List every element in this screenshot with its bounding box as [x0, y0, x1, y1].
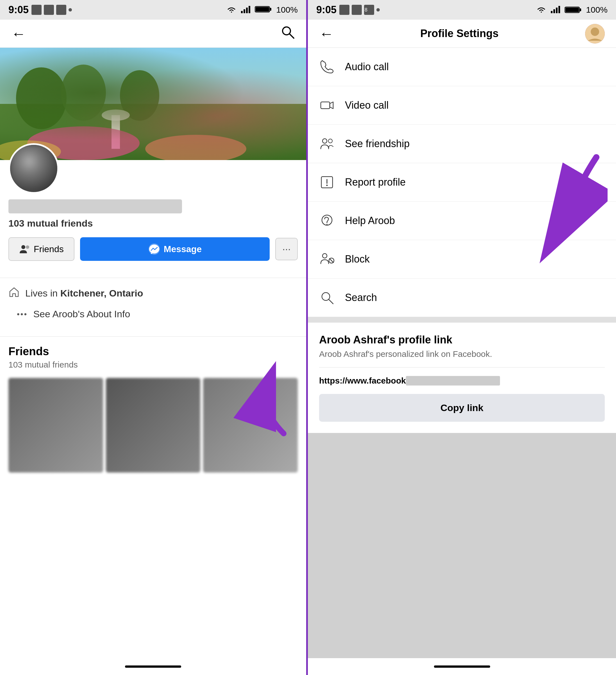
- left-search-button[interactable]: [280, 25, 295, 43]
- url-blurred: ████████████: [406, 376, 500, 385]
- menu-item-video-call[interactable]: Video call: [308, 86, 616, 125]
- r-battery-icon: [565, 6, 581, 14]
- message-button-label: Message: [164, 244, 202, 254]
- home-bar: [125, 665, 181, 668]
- help-aroob-label: Help Aroob: [345, 215, 395, 227]
- profile-section: 103 mutual friends Friends Message: [0, 160, 306, 278]
- profile-link-desc: Aroob Ashraf's personalized link on Face…: [319, 349, 605, 359]
- svg-rect-20: [579, 8, 581, 11]
- left-back-button[interactable]: ←: [11, 25, 26, 42]
- copy-link-button[interactable]: Copy link: [319, 394, 605, 422]
- right-status-icons: 8: [339, 5, 380, 15]
- right-status-right: 100%: [536, 5, 608, 15]
- svg-point-16: [26, 245, 29, 249]
- right-nav-title: Profile Settings: [420, 27, 498, 40]
- wifi-icon: [226, 6, 236, 14]
- info-section: Lives in Kitchener, Ontario ••• See Aroo…: [0, 278, 306, 336]
- r-screen-icon: [352, 5, 362, 15]
- svg-rect-24: [321, 102, 330, 109]
- left-battery-text: 100%: [276, 5, 298, 15]
- left-top-nav: ←: [0, 20, 306, 48]
- block-label: Block: [345, 253, 370, 265]
- location-text: Lives in Kitchener, Ontario: [25, 288, 143, 299]
- friends-icon: [19, 243, 30, 255]
- svg-point-15: [21, 245, 25, 249]
- audio-call-icon: [319, 59, 335, 75]
- notification-icon: [31, 5, 42, 15]
- left-time: 9:05: [8, 4, 29, 16]
- block-icon: [319, 251, 335, 267]
- report-profile-label: Report profile: [345, 176, 406, 188]
- svg-rect-2: [256, 7, 269, 11]
- signal-icon: [241, 6, 250, 13]
- dots-icon: •••: [17, 310, 27, 319]
- right-back-button[interactable]: ←: [319, 25, 334, 42]
- location-info: Lives in Kitchener, Ontario: [8, 286, 298, 300]
- help-aroob-icon: [319, 213, 335, 229]
- mutual-friends-count: 103 mutual friends: [8, 218, 298, 229]
- r-signal-icon: [551, 6, 560, 13]
- report-profile-icon: [319, 174, 335, 190]
- left-status-icons: [31, 5, 72, 15]
- profile-link-url: https://www.facebook████████████: [319, 376, 605, 385]
- left-home-indicator: [0, 658, 306, 675]
- dot-icon: [69, 8, 72, 11]
- left-battery: [255, 5, 272, 14]
- svg-line-35: [329, 300, 333, 304]
- right-nav-avatar: [585, 24, 605, 44]
- friends-grid: [8, 378, 298, 472]
- more-dots-icon: ···: [282, 243, 291, 255]
- friend-thumbnail: [203, 378, 298, 472]
- message-button[interactable]: Message: [80, 237, 270, 261]
- svg-rect-21: [565, 8, 579, 12]
- r-notification-icon: [339, 5, 349, 15]
- right-home-bar: [434, 665, 490, 668]
- right-home-indicator: [308, 658, 616, 675]
- right-top-nav: ← Profile Settings: [308, 20, 616, 48]
- url-prefix: https://www.facebook: [319, 376, 406, 385]
- svg-rect-1: [270, 8, 271, 11]
- friend-thumbnail: [106, 378, 201, 472]
- friends-section-title: Friends: [8, 345, 298, 358]
- menu-item-help-aroob[interactable]: Help Aroob: [308, 202, 616, 240]
- profile-link-divider: [319, 367, 605, 368]
- see-friendship-label: See friendship: [345, 138, 410, 150]
- right-status-bar: 9:05 8: [308, 0, 616, 20]
- svg-point-26: [328, 139, 332, 143]
- messenger-icon: [148, 243, 160, 255]
- left-status-bar: 9:05: [0, 0, 306, 20]
- right-time: 9:05: [316, 4, 337, 16]
- menu-item-search[interactable]: Search: [308, 279, 616, 317]
- right-battery-text: 100%: [586, 5, 608, 15]
- profile-link-title: Aroob Ashraf's profile link: [319, 334, 605, 346]
- menu-item-report-profile[interactable]: Report profile: [308, 163, 616, 202]
- video-call-icon: [319, 97, 335, 113]
- see-friendship-icon: [319, 136, 335, 152]
- r-dot-icon: [377, 8, 380, 11]
- profile-avatar-row: [8, 143, 298, 194]
- menu-list: Audio call Video call See: [308, 48, 616, 317]
- menu-item-block[interactable]: Block: [308, 240, 616, 279]
- friends-section-subtitle: 103 mutual friends: [8, 360, 298, 370]
- friends-button-label: Friends: [34, 244, 64, 254]
- about-info-link[interactable]: ••• See Aroob's About Info: [8, 309, 298, 319]
- svg-point-34: [322, 293, 330, 300]
- svg-line-4: [290, 34, 294, 38]
- svg-point-23: [591, 27, 599, 36]
- menu-item-see-friendship[interactable]: See friendship: [308, 125, 616, 163]
- about-label: See Aroob's About Info: [33, 309, 130, 319]
- video-call-label: Video call: [345, 99, 389, 111]
- more-options-button[interactable]: ···: [275, 238, 298, 260]
- search-label: Search: [345, 292, 377, 304]
- data-icon: [56, 5, 66, 15]
- friends-section: Friends 103 mutual friends: [0, 336, 306, 481]
- svg-point-31: [323, 253, 327, 258]
- svg-line-32: [330, 258, 333, 262]
- right-panel: 9:05 8: [308, 0, 616, 675]
- search-menu-icon: [319, 290, 335, 305]
- r-wifi-icon: [536, 6, 546, 14]
- menu-item-audio-call[interactable]: Audio call: [308, 48, 616, 86]
- friends-button[interactable]: Friends: [8, 237, 74, 261]
- left-status-right: 100%: [226, 5, 298, 15]
- audio-call-label: Audio call: [345, 61, 389, 73]
